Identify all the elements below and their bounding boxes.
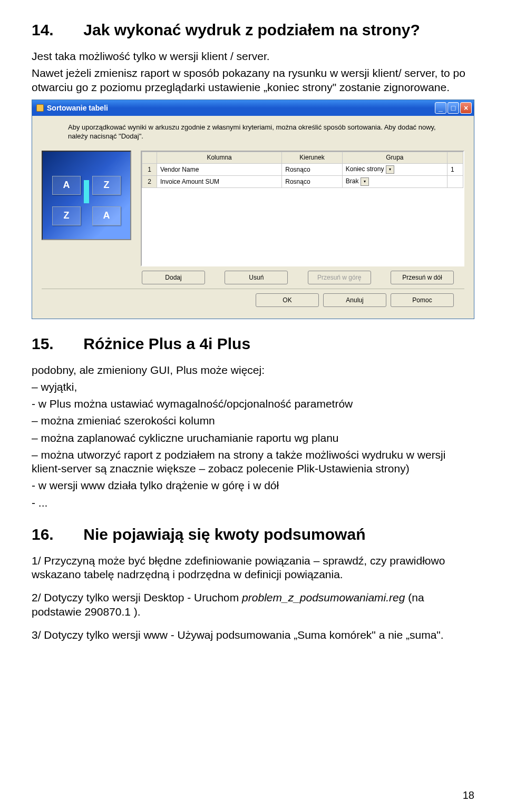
s16-p2-pre: 2/ Dotyczy tylko wersji Desktop - Urucho…	[32, 591, 242, 603]
row2-grp[interactable]: Brak	[346, 177, 359, 185]
maximize-button[interactable]: □	[447, 102, 459, 114]
row2-end	[447, 175, 463, 187]
move-down-button[interactable]: Przesuń w dół	[391, 271, 454, 284]
row2-dir[interactable]: Rosnąco	[285, 178, 310, 185]
table-row[interactable]: 1 Vendor Name Rosnąco Koniec strony ▾ 1	[142, 163, 463, 175]
separator	[42, 289, 464, 289]
row1-num: 1	[142, 163, 157, 175]
dropdown-icon[interactable]: ▾	[386, 165, 394, 174]
s15-intro: podobny, ale zmieniony GUI, Plus może wi…	[32, 363, 474, 377]
row1-dir[interactable]: Rosnąco	[285, 166, 310, 173]
row1-grp[interactable]: Koniec strony	[346, 165, 384, 173]
s14-p1: Jest taka możliwość tylko w wersji klien…	[32, 49, 474, 63]
section-15-heading: 15. Różnice Plus a 4i Plus	[32, 335, 474, 353]
sort-table: Kolumna Kierunek Grupa 1 Vendor Name Ros…	[142, 152, 463, 188]
s15-li2: – można zmieniać szerokości kolumn	[32, 414, 474, 428]
pin-icon	[36, 104, 44, 112]
illus-a1: A	[52, 176, 81, 195]
table-row[interactable]: 2 Invoice Amount SUM Rosnąco Brak ▾	[142, 175, 463, 187]
delete-button[interactable]: Usuń	[225, 271, 288, 284]
window-body: Aby uporządkować wyniki w arkuszu zgodni…	[32, 116, 474, 319]
section-14-title: Jak wykonać wydruk z podziałem na strony…	[83, 21, 420, 38]
minimize-button[interactable]: _	[435, 102, 446, 114]
window-title: Sortowanie tabeli	[47, 104, 108, 112]
cancel-button[interactable]: Anuluj	[323, 293, 386, 307]
ok-button[interactable]: OK	[256, 293, 319, 307]
dialog-description: Aby uporządkować wyniki w arkuszu zgodni…	[68, 123, 454, 141]
sort-table-container: Kolumna Kierunek Grupa 1 Vendor Name Ros…	[141, 151, 464, 266]
s15-li6: - ...	[32, 496, 474, 510]
s16-p1: 1/ Przyczyną może być błędne zdefiniowan…	[32, 554, 474, 582]
sort-illustration: A Z Z A	[42, 151, 131, 240]
illus-z2: Z	[52, 206, 81, 225]
s15-li3: – można zaplanować cykliczne uruchamiani…	[32, 431, 474, 445]
s15-li4: – można utworzyć raport z podziałem na s…	[32, 448, 474, 476]
s16-p3: 3/ Dotyczy tylko wersji www - Używaj pod…	[32, 628, 474, 642]
illus-z1: Z	[92, 176, 121, 195]
arrow-icon	[84, 180, 88, 203]
section-16-heading: 16. Nie pojawiają się kwoty podsumowań	[32, 526, 474, 543]
add-button[interactable]: Dodaj	[142, 271, 205, 284]
section-16-title: Nie pojawiają się kwoty podsumowań	[83, 526, 365, 543]
th-grupa: Grupa	[342, 152, 447, 163]
th-kolumna: Kolumna	[157, 152, 282, 163]
th-end	[447, 152, 463, 163]
section-14-num: 14.	[32, 21, 79, 39]
dropdown-icon[interactable]: ▾	[361, 177, 369, 186]
th-blank	[142, 152, 157, 163]
s16-p2-file: problem_z_podsumowaniami.reg	[242, 591, 405, 603]
close-button[interactable]: ×	[460, 102, 472, 114]
section-14-heading: 14. Jak wykonać wydruk z podziałem na st…	[32, 21, 474, 39]
row2-col[interactable]: Invoice Amount SUM	[160, 178, 219, 185]
section-15-num: 15.	[32, 335, 79, 353]
move-up-button[interactable]: Przesuń w górę	[308, 271, 371, 284]
section-16-num: 16.	[32, 526, 79, 543]
help-button[interactable]: Pomoc	[391, 293, 454, 307]
s15-li5: - w wersji www działa tylko drążenie w g…	[32, 479, 474, 492]
th-kierunek: Kierunek	[282, 152, 343, 163]
s14-p2: Nawet jeżeli zmienisz raport w sposób po…	[32, 66, 474, 94]
row1-col[interactable]: Vendor Name	[160, 166, 199, 173]
row1-end: 1	[447, 163, 463, 175]
s16-p2: 2/ Dotyczy tylko wersji Desktop - Urucho…	[32, 591, 474, 619]
illus-a2: A	[92, 206, 121, 225]
s15-li1: - w Plus można ustawiać wymagalność/opcj…	[32, 397, 474, 411]
row2-num: 2	[142, 175, 157, 187]
titlebar: Sortowanie tabeli _ □ ×	[32, 100, 474, 116]
s15-li0: – wyjątki,	[32, 380, 474, 394]
section-15-title: Różnice Plus a 4i Plus	[83, 335, 250, 352]
sort-dialog: Sortowanie tabeli _ □ × Aby uporządkować…	[32, 100, 474, 319]
